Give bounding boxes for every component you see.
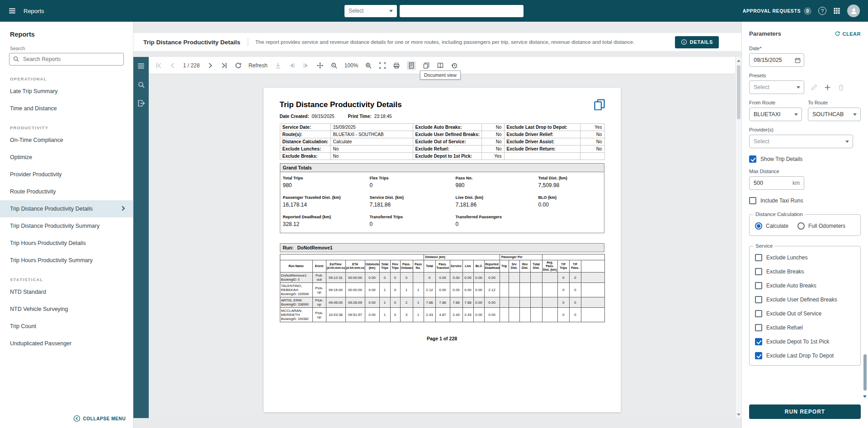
checkbox-box — [755, 352, 762, 359]
document-view-icon[interactable] — [407, 61, 416, 70]
global-search-input[interactable] — [400, 5, 524, 17]
group-title: Distance Calculation — [753, 212, 805, 217]
sidebar-item-label: Trip Hours Productivity Details — [10, 240, 86, 246]
next-view-icon[interactable] — [302, 62, 310, 69]
last-page-icon[interactable] — [221, 62, 228, 69]
checkbox-exclude-out-of-service[interactable]: Exclude Out of Service — [755, 310, 855, 317]
table-row: MCCLARAN, MERIDETHBookingID: 339382 Pick… — [280, 308, 604, 322]
checkbox-exclude-lunches[interactable]: Exclude Lunches — [755, 254, 855, 261]
zoom-out-icon[interactable] — [330, 62, 338, 69]
refresh-label[interactable]: Refresh — [249, 62, 268, 69]
sidebar-item-trip-count[interactable]: Trip Count — [0, 318, 133, 335]
approval-requests-link[interactable]: APPROVAL REQUESTS 0 — [743, 7, 811, 15]
date-input[interactable] — [754, 57, 800, 63]
global-select[interactable]: Select — [344, 5, 397, 17]
providers-select[interactable]: Select — [749, 135, 853, 148]
sidebar-item-ntd-vehicle-surveying[interactable]: NTD Vehicle Surveying — [0, 301, 133, 318]
checkbox-show-trip-details[interactable]: Show Trip Details — [749, 155, 861, 163]
section-label-statistical: STATISTICAL — [10, 277, 133, 282]
from-route-select[interactable]: BLUETAXI — [749, 108, 802, 121]
scroll-down-button[interactable] — [736, 411, 741, 418]
sidebar-title: Reports — [10, 31, 133, 38]
to-route-select[interactable]: SOUTHCAB — [808, 108, 861, 121]
refresh-icon[interactable] — [235, 62, 242, 69]
search-input[interactable] — [9, 53, 124, 66]
calendar-icon[interactable] — [794, 57, 801, 64]
pan-tool-icon[interactable] — [316, 62, 324, 69]
viewer-side-strip — [133, 57, 149, 418]
cell: 00:00:00 — [345, 283, 365, 297]
viewer-export-icon[interactable] — [137, 99, 146, 108]
sidebar-item-ntd-standard[interactable]: NTD Standard — [0, 283, 133, 301]
sidebar-item-trip-distance-productivity-summary[interactable]: Trip Distance Productivity Summary — [0, 217, 133, 235]
book-view-icon[interactable] — [437, 62, 444, 69]
scrollbar-track[interactable] — [736, 64, 741, 411]
help-icon[interactable]: ? — [818, 7, 826, 15]
multi-page-view-icon[interactable] — [423, 62, 430, 69]
viewer-search-icon[interactable] — [137, 80, 146, 89]
checkbox-include-taxi-runs[interactable]: Include Taxi Runs — [749, 197, 861, 204]
previous-page-icon[interactable] — [169, 62, 176, 69]
max-distance-field[interactable]: km — [749, 176, 804, 190]
previous-view-icon[interactable] — [288, 62, 296, 69]
cell: 0 — [569, 283, 581, 297]
sidebar-item-optimize[interactable]: Optimize — [0, 149, 133, 166]
cell: Pick-up — [312, 308, 326, 322]
delete-preset-icon[interactable] — [837, 84, 845, 91]
column-header: Reported Deadhead — [484, 260, 500, 273]
menu-icon[interactable] — [8, 7, 16, 15]
add-preset-icon[interactable] — [824, 84, 831, 91]
radio-full-odometers[interactable]: Full Odometers — [797, 222, 845, 230]
details-button[interactable]: DETAILS — [675, 36, 719, 48]
group-header-row: Distance (km) Passenger Per — [280, 254, 604, 260]
sidebar-item-route-productivity[interactable]: Route Productivity — [0, 183, 133, 200]
sidebar-item-trip-hours-productivity-summary[interactable]: Trip Hours Productivity Summary — [0, 252, 133, 269]
checkbox-exclude-depot-to-1st-pick[interactable]: Exclude Depot To 1st Pick — [755, 338, 855, 345]
first-page-icon[interactable] — [155, 62, 162, 69]
collapse-menu-button[interactable]: COLLAPSE MENU — [73, 415, 126, 422]
apps-grid-icon[interactable] — [833, 7, 840, 14]
column-header: Rev Dist. — [519, 260, 530, 273]
checkbox-exclude-refuel[interactable]: Exclude Refuel — [755, 324, 855, 331]
panel-scroll-down-button[interactable] — [862, 393, 868, 400]
zoom-level[interactable]: 100% — [344, 62, 359, 69]
history-icon[interactable] — [451, 62, 458, 69]
sidebar-item-trip-distance-productivity-details[interactable]: Trip Distance Productivity Details — [0, 200, 133, 217]
main-scrollbar[interactable] — [735, 57, 741, 418]
zoom-in-icon[interactable] — [365, 62, 372, 69]
sidebar-item-trip-hours-productivity-details[interactable]: Trip Hours Productivity Details — [0, 235, 133, 252]
checkbox-exclude-breaks[interactable]: Exclude Breaks — [755, 268, 855, 275]
sidebar-item-provider-productivity[interactable]: Provider Productivity — [0, 166, 133, 183]
from-route-value: BLUETAXI — [754, 111, 781, 118]
run-report-button[interactable]: RUN REPORT — [749, 404, 861, 419]
cell: Exclude Driver Return: — [504, 146, 580, 153]
sidebar-item-late-trip-summary[interactable]: Late Trip Summary — [0, 83, 133, 100]
radio-calculate[interactable]: Calculate — [755, 222, 788, 230]
scrollbar-thumb[interactable] — [737, 65, 741, 119]
panel-scrollbar-thumb[interactable] — [863, 354, 867, 390]
fit-page-icon[interactable] — [379, 62, 386, 69]
viewer-menu-icon[interactable] — [137, 61, 146, 71]
edit-preset-icon[interactable] — [810, 84, 818, 91]
checkbox-exclude-auto-breaks[interactable]: Exclude Auto Breaks — [755, 282, 855, 289]
cell — [530, 308, 542, 322]
checkbox-exclude-last-drop-to-depot[interactable]: Exclude Last Drop To Depot — [755, 352, 855, 359]
next-page-icon[interactable] — [207, 62, 214, 69]
download-icon[interactable] — [274, 62, 282, 69]
date-field[interactable] — [749, 53, 804, 67]
clear-button[interactable]: CLEAR — [835, 31, 861, 37]
copy-pages-icon[interactable] — [594, 99, 605, 110]
sidebar-item-on-time-compliance[interactable]: On-Time Compliance — [0, 132, 133, 149]
sidebar-item-time-and-distance[interactable]: Time and Distance — [0, 100, 133, 117]
user-avatar[interactable] — [847, 5, 860, 17]
checkbox-exclude-user-defined-breaks[interactable]: Exclude User Defined Breaks — [755, 296, 855, 303]
sidebar-item-unduplicated-passenger[interactable]: Unduplicated Passenger — [0, 335, 133, 352]
report-list: OPERATIONAL Late Trip Summary Time and D… — [0, 68, 133, 428]
scroll-up-button[interactable] — [736, 57, 741, 64]
tooltip: Document view — [420, 71, 461, 80]
cell: 0 — [424, 273, 435, 283]
print-icon[interactable] — [393, 62, 400, 69]
cell — [509, 297, 519, 308]
presets-select[interactable]: Select — [749, 80, 804, 94]
print-time-value: 23:18:45 — [374, 114, 392, 119]
